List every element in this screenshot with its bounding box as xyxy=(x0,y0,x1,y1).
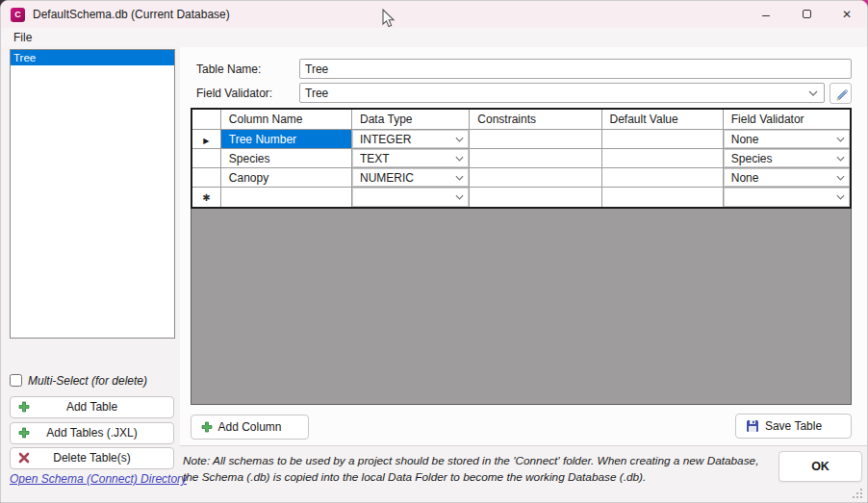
chevron-down-icon[interactable] xyxy=(836,137,845,142)
app-icon: C xyxy=(11,8,25,22)
minimize-button[interactable]: – xyxy=(746,1,786,28)
field-validator-cell-value: None xyxy=(731,133,759,146)
cell-default-value[interactable] xyxy=(602,130,724,148)
cell-field-validator[interactable]: None xyxy=(724,130,850,148)
cell-data-type[interactable] xyxy=(352,188,470,207)
table-name-label: Table Name: xyxy=(196,63,261,76)
add-table-button[interactable]: Add Table xyxy=(10,396,174,418)
add-tables-jxl-button[interactable]: Add Tables (.JXL) xyxy=(10,422,174,444)
multi-select-label: Multi-Select (for delete) xyxy=(28,374,147,388)
plus-icon xyxy=(18,427,30,439)
columns-grid: Column Name Data Type Constraints Defaul… xyxy=(191,108,852,405)
grid-row-species: Species TEXT Species xyxy=(192,149,850,168)
cell-data-type[interactable]: NUMERIC xyxy=(352,168,470,187)
header-field-validator[interactable]: Field Validator xyxy=(724,110,850,129)
chevron-down-icon[interactable] xyxy=(836,194,845,200)
footer-note: Note: All schemas to be used by a projec… xyxy=(183,453,778,485)
multi-select-row: Multi-Select (for delete) xyxy=(10,371,147,386)
window-title: DefaultSchema.db (Current Database) xyxy=(33,1,230,28)
chevron-down-icon[interactable] xyxy=(455,194,464,200)
header-default-value[interactable]: Default Value xyxy=(602,110,724,129)
save-table-button[interactable]: Save Table xyxy=(735,414,852,439)
list-item-tree[interactable]: Tree xyxy=(11,50,174,65)
titlebar: C DefaultSchema.db (Current Database) – … xyxy=(1,1,867,28)
resize-grip[interactable] xyxy=(852,488,863,499)
cell-field-validator[interactable]: None xyxy=(724,168,850,187)
cell-field-validator[interactable] xyxy=(724,188,850,207)
open-schema-directory-link[interactable]: Open Schema (Connect) Directory xyxy=(10,472,187,486)
cell-constraints[interactable] xyxy=(470,188,601,207)
header-column-name[interactable]: Column Name xyxy=(221,110,352,129)
close-button[interactable]: ✕ xyxy=(827,1,867,28)
row-header-cell[interactable] xyxy=(192,168,221,187)
chevron-down-icon xyxy=(808,90,818,96)
field-validator-label: Field Validator: xyxy=(196,87,272,100)
menu-bar: File xyxy=(1,28,867,47)
row-header-cell[interactable] xyxy=(192,149,221,167)
row-header-cell[interactable]: ▶ xyxy=(192,130,221,148)
data-type-value: TEXT xyxy=(360,152,390,165)
maximize-icon xyxy=(803,10,811,18)
grid-new-row: ✱ xyxy=(192,188,850,207)
table-name-input[interactable] xyxy=(299,59,852,79)
cell-data-type[interactable]: INTEGER xyxy=(352,130,470,148)
grid-corner-cell xyxy=(192,110,221,129)
save-table-label: Save Table xyxy=(765,419,822,433)
field-validator-value: Tree xyxy=(305,87,328,100)
header-constraints[interactable]: Constraints xyxy=(470,110,601,129)
pencil-icon xyxy=(834,87,849,101)
grid-row-canopy: Canopy NUMERIC None xyxy=(192,168,850,188)
cell-default-value[interactable] xyxy=(602,149,724,167)
field-validator-cell-value: None xyxy=(731,171,759,185)
row-header-cell[interactable]: ✱ xyxy=(192,188,221,207)
header-data-type[interactable]: Data Type xyxy=(352,110,470,129)
delete-x-icon xyxy=(18,452,30,464)
mouse-cursor-icon xyxy=(381,9,396,29)
maximize-button[interactable] xyxy=(786,1,827,28)
add-column-button[interactable]: Add Column xyxy=(191,415,309,440)
cell-constraints[interactable] xyxy=(470,130,601,148)
cell-column-name[interactable]: Species xyxy=(221,149,352,167)
cell-column-name[interactable]: Tree Number xyxy=(221,130,352,148)
grid-header-row: Column Name Data Type Constraints Defaul… xyxy=(192,110,850,130)
cell-data-type[interactable]: TEXT xyxy=(352,149,470,167)
columns-grid-table: Column Name Data Type Constraints Defaul… xyxy=(191,108,852,209)
plus-icon xyxy=(201,421,213,433)
add-table-label: Add Table xyxy=(66,400,117,414)
cell-constraints[interactable] xyxy=(470,168,601,187)
data-type-value: NUMERIC xyxy=(360,171,414,185)
cell-column-name[interactable] xyxy=(221,188,352,207)
table-list[interactable]: Tree xyxy=(10,49,175,339)
floppy-disk-icon xyxy=(746,419,759,433)
field-validator-combobox[interactable]: Tree xyxy=(299,83,825,103)
cell-default-value[interactable] xyxy=(602,168,724,187)
grid-row-tree-number: ▶ Tree Number INTEGER None xyxy=(192,130,850,149)
chevron-down-icon[interactable] xyxy=(836,175,845,181)
chevron-down-icon[interactable] xyxy=(455,156,464,162)
cell-default-value[interactable] xyxy=(602,188,724,207)
add-tables-jxl-label: Add Tables (.JXL) xyxy=(46,426,138,440)
add-column-label: Add Column xyxy=(217,420,281,434)
field-validator-cell-value: Species xyxy=(731,152,773,165)
schema-editor-window: C DefaultSchema.db (Current Database) – … xyxy=(0,0,868,503)
data-type-value: INTEGER xyxy=(360,133,411,146)
multi-select-checkbox[interactable] xyxy=(10,374,22,387)
ok-button[interactable]: OK xyxy=(779,451,862,482)
cell-constraints[interactable] xyxy=(470,149,601,167)
edit-validator-button[interactable] xyxy=(830,83,852,104)
current-row-marker-icon: ▶ xyxy=(203,137,209,145)
new-row-marker-icon: ✱ xyxy=(202,192,210,203)
chevron-down-icon[interactable] xyxy=(455,175,464,181)
cell-column-name[interactable]: Canopy xyxy=(221,168,352,187)
chevron-down-icon[interactable] xyxy=(455,137,464,142)
delete-tables-button[interactable]: Delete Table(s) xyxy=(10,447,174,469)
delete-tables-label: Delete Table(s) xyxy=(53,451,130,465)
cell-field-validator[interactable]: Species xyxy=(724,149,850,167)
plus-icon xyxy=(18,401,30,413)
chevron-down-icon[interactable] xyxy=(836,156,845,162)
menu-file[interactable]: File xyxy=(10,28,36,47)
